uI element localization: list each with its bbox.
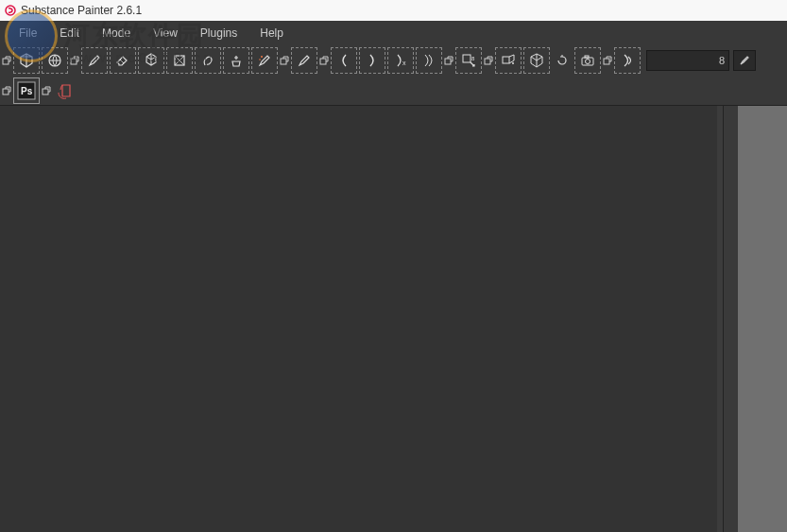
popout-icon[interactable] [484,56,493,65]
popout-icon[interactable] [319,56,329,65]
right-panel [738,106,787,532]
svg-rect-9 [320,59,326,64]
symmetry-y-button[interactable] [416,47,442,74]
window-title: Substance Painter 2.6.1 [21,4,142,17]
material-picker-button[interactable]: 8 [455,47,482,74]
svg-rect-19 [585,56,589,58]
svg-rect-12 [463,55,470,62]
symmetry-x-button[interactable]: x [387,47,414,74]
svg-text:x: x [402,60,406,66]
svg-rect-3 [71,59,77,64]
popout-icon[interactable] [444,56,453,65]
scrollbar-vertical[interactable] [723,106,738,532]
brush-size-field[interactable] [646,50,729,71]
main-toolbar: x 8 [0,45,787,76]
svg-point-18 [586,60,590,64]
camera-rotate-button[interactable] [552,47,573,74]
svg-point-16 [512,62,514,64]
projection-button[interactable] [138,47,164,74]
brush-picker-button[interactable] [733,50,756,71]
brush-size-input[interactable] [647,55,725,66]
menu-bar: File Edit Mode View Plugins Help [0,21,787,45]
secondary-toolbar: Ps [0,76,787,106]
svg-rect-14 [485,59,490,64]
svg-rect-20 [604,59,609,64]
svg-text:8: 8 [471,56,475,61]
svg-point-7 [259,59,261,60]
viewport-3d[interactable] [0,106,717,532]
svg-rect-11 [445,59,451,64]
resource-updater-button[interactable] [53,77,79,104]
popout-icon[interactable] [2,56,11,65]
svg-point-0 [6,6,15,15]
popout-icon[interactable] [2,86,11,95]
main-area [0,106,787,532]
photoshop-export-button[interactable]: Ps [13,77,40,104]
smudge-button[interactable] [195,47,221,74]
svg-rect-1 [3,59,9,64]
paint-brush-button[interactable] [81,47,108,74]
svg-text:Ps: Ps [21,86,33,96]
svg-rect-8 [281,59,286,64]
symmetry-right-button[interactable] [359,47,385,74]
render-3d-button[interactable] [13,47,40,74]
render-wireframe-button[interactable] [42,47,68,74]
uv-brush-button[interactable] [291,47,317,74]
menu-mode[interactable]: Mode [91,26,142,40]
popout-icon[interactable] [280,56,289,65]
popout-icon[interactable] [603,56,612,65]
menu-file[interactable]: File [8,26,48,40]
menu-plugins[interactable]: Plugins [189,26,248,40]
popout-icon[interactable] [70,56,79,65]
perspective-button[interactable] [495,47,522,74]
iray-button[interactable] [614,47,641,74]
svg-rect-24 [43,89,48,94]
menu-view[interactable]: View [142,26,189,40]
symmetry-left-button[interactable] [331,47,357,74]
polyfill-button[interactable] [166,47,193,74]
svg-point-6 [261,56,263,58]
clone-button[interactable] [223,47,249,74]
title-bar: Substance Painter 2.6.1 [0,0,787,21]
particle-brush-button[interactable] [251,47,278,74]
menu-edit[interactable]: Edit [48,26,91,40]
svg-line-4 [120,60,124,63]
svg-rect-15 [503,57,509,63]
popout-icon[interactable] [42,86,51,95]
svg-rect-21 [3,89,9,94]
camera-button[interactable] [574,47,601,74]
menu-help[interactable]: Help [248,26,295,40]
app-icon [4,4,17,17]
eraser-button[interactable] [110,47,136,74]
orthographic-button[interactable] [523,47,550,74]
